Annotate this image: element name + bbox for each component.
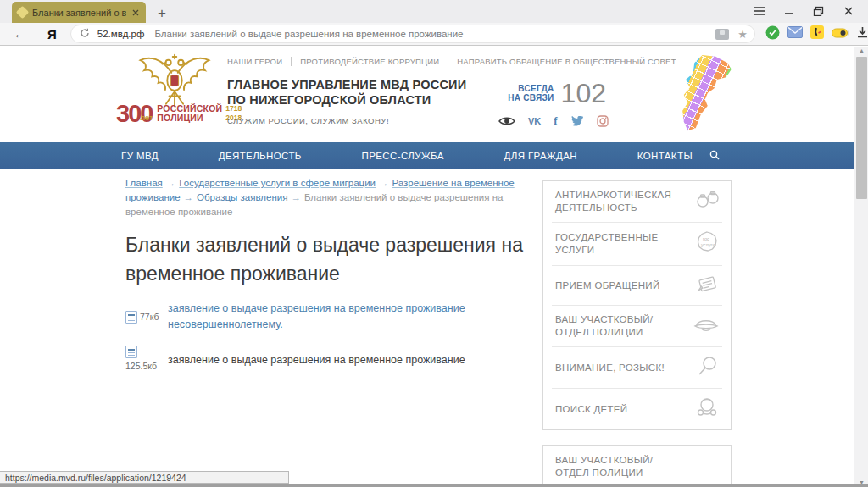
breadcrumb-migration-services[interactable]: Государственные услуги в сфере миграции: [179, 178, 376, 188]
tab-title: Бланки заявлений о выд: [32, 8, 126, 18]
always-in-touch-block: ВСЕГДА НА СВЯЗИ 102: [492, 80, 606, 106]
url-input[interactable]: 52.мвд.рф Бланки заявлений о выдаче разр…: [70, 25, 755, 43]
svg-text:услуги: услуги: [701, 242, 715, 247]
page-scrollbar: ▲ ▼: [854, 47, 868, 487]
slogan: СЛУЖИМ РОССИИ, СЛУЖИМ ЗАКОНУ!: [227, 116, 676, 125]
sidebar-item-label: АНТИНАРКОТИЧЕСКАЯ ДЕЯТЕЛЬНОСТЬ: [555, 189, 684, 214]
file-item: 125.5кб заявление о выдаче разрешения на…: [125, 346, 532, 371]
restore-button[interactable]: [804, 3, 833, 19]
nav-item-gu-mvd[interactable]: ГУ МВД: [121, 151, 159, 161]
scrollbar-thumb[interactable]: [856, 57, 867, 199]
top-link-anticorruption[interactable]: ПРОТИВОДЕЙСТВИЕ КОРРУПЦИИ: [300, 57, 439, 66]
breadcrumb-application-samples[interactable]: Образцы заявления: [197, 192, 287, 202]
eye-accessibility-icon[interactable]: [498, 116, 515, 126]
breadcrumb: Главная→Государственные услуги в сфере м…: [125, 176, 528, 219]
bookmark-star-icon[interactable]: ★: [737, 28, 748, 41]
new-tab-button[interactable]: +: [158, 6, 166, 20]
sidebar-item-gosuslugi[interactable]: ГОСУДАРСТВЕННЫЕ УСЛУГИ гос услуги: [543, 223, 731, 265]
nav-item-citizens[interactable]: ДЛЯ ГРАЖДАН: [504, 151, 577, 161]
close-window-button[interactable]: [833, 3, 863, 19]
facebook-icon[interactable]: f: [554, 114, 557, 128]
org-title-line2: ПО НИЖЕГОРОДСКОЙ ОБЛАСТИ: [227, 92, 676, 108]
sidebar-item-local-police[interactable]: ВАШ УЧАСТКОВЫЙ/ОТДЕЛ ПОЛИЦИИ: [543, 306, 731, 346]
battery-extension-icon[interactable]: [832, 26, 849, 42]
page-title: Бланки заявлений о выдаче разрешения на …: [125, 230, 526, 288]
logo-300-line2: ПОЛИЦИИ: [157, 113, 222, 123]
phone-102: 102: [561, 80, 606, 106]
top-link-public-council[interactable]: НАПРАВИТЬ ОБРАЩЕНИЕ В ОБЩЕСТВЕННЫЙ СОВЕТ: [457, 57, 676, 66]
document-icon: [125, 311, 137, 324]
minimize-button[interactable]: [774, 3, 804, 19]
main-nav: ГУ МВД ДЕЯТЕЛЬНОСТЬ ПРЕСС-СЛУЖБА ДЛЯ ГРА…: [0, 142, 854, 169]
sidebar-item-label: ВАШ УЧАСТКОВЫЙ/ОТДЕЛ ПОЛИЦИИ: [555, 313, 684, 339]
breadcrumb-arrow: →: [287, 192, 304, 202]
scrollbar-up-icon[interactable]: ▲: [854, 47, 868, 53]
sidebar-item-label: ВНИМАНИЕ, РОЗЫСК!: [555, 362, 684, 374]
url-host: 52.мвд.рф: [97, 29, 145, 39]
browser-addressbar: ← Я 52.мвд.рф Бланки заявлений о выдаче …: [0, 23, 868, 46]
magnifier-icon: [697, 355, 719, 380]
vk-icon[interactable]: VK: [528, 116, 541, 126]
mail-extension-icon[interactable]: [787, 26, 803, 42]
org-title-line1: ГЛАВНОЕ УПРАВЛЕНИЕ МВД РОССИИ: [227, 77, 676, 92]
status-url-tooltip: https://media.mvd.ru/files/application/1…: [0, 471, 289, 484]
svg-text:гос: гос: [703, 236, 709, 241]
yandex-logo-button[interactable]: Я: [47, 27, 57, 42]
divider: [291, 57, 292, 66]
sidebar-item-antidrug[interactable]: АНТИНАРКОТИЧЕСКАЯ ДЕЯТЕЛЬНОСТЬ: [543, 181, 731, 222]
logo-300-let: лет: [140, 113, 153, 122]
sidebar-item-local-police-2[interactable]: ВАШ УЧАСТКОВЫЙ/ОТДЕЛ ПОЛИЦИИ: [543, 446, 731, 487]
file-size: 125.5кб: [125, 361, 168, 371]
file-size: 77кб: [140, 312, 159, 322]
taskbar-edge: [0, 484, 868, 487]
download-icon[interactable]: [857, 26, 868, 42]
sidebar-local-police-box: ВАШ УЧАСТКОВЫЙ/ОТДЕЛ ПОЛИЦИИ: [542, 445, 732, 487]
sidebar-item-label: ГОСУДАРСТВЕННЫЕ УСЛУГИ: [555, 231, 684, 257]
menu-icon[interactable]: [744, 3, 774, 19]
breadcrumb-arrow: →: [376, 178, 392, 188]
child-icon: [695, 396, 719, 422]
letter-icon: [695, 274, 719, 297]
url-page-title: Бланки заявлений о выдаче разрешения на …: [154, 29, 715, 39]
file-link-minor[interactable]: заявление о выдаче разрешения на временн…: [168, 301, 509, 333]
refresh-icon[interactable]: [80, 26, 90, 42]
nav-item-press[interactable]: ПРЕСС-СЛУЖБА: [362, 151, 444, 161]
breadcrumb-arrow: →: [163, 178, 180, 188]
handcuffs-icon: [695, 190, 719, 213]
nav-item-contacts[interactable]: КОНТАКТЫ: [637, 151, 693, 161]
sidebar-services-box: АНТИНАРКОТИЧЕСКАЯ ДЕЯТЕЛЬНОСТЬ ГОСУДАРСТ…: [542, 180, 732, 430]
twitter-icon[interactable]: [570, 116, 584, 127]
shield-extension-icon[interactable]: [765, 25, 780, 43]
tab-favicon-icon: [16, 6, 30, 19]
sidebar-item-label: ВАШ УЧАСТКОВЫЙ/ОТДЕЛ ПОЛИЦИИ: [555, 454, 684, 479]
browser-tab[interactable]: Бланки заявлений о выд: [12, 2, 146, 23]
sidebar-item-label: ПОИСК ДЕТЕЙ: [555, 403, 684, 416]
camera-icon[interactable]: [715, 29, 729, 40]
site-header: 300 лет РОССИЙСКОЙ ПОЛИЦИИ 1718 2018 НАШ…: [0, 47, 854, 142]
sidebar-item-appeals[interactable]: ПРИЕМ ОБРАЩЕНИЙ: [543, 266, 731, 305]
breadcrumb-arrow: →: [181, 192, 198, 202]
sidebar-item-find-children[interactable]: ПОИСК ДЕТЕЙ: [543, 389, 731, 429]
breadcrumb-home[interactable]: Главная: [125, 178, 163, 188]
police-cap-icon: [693, 315, 719, 337]
gosuslugi-icon: гос услуги: [695, 230, 719, 257]
document-icon: [125, 346, 137, 358]
search-icon[interactable]: [709, 148, 720, 163]
back-button[interactable]: ←: [14, 27, 25, 41]
file-link-general[interactable]: заявление о выдаче разрешения на временн…: [168, 352, 509, 371]
divider: [448, 57, 448, 66]
file-item: 77кб заявление о выдаче разрешения на вр…: [125, 301, 532, 333]
always-line1: ВСЕГДА: [508, 84, 554, 93]
sidebar-item-wanted[interactable]: ВНИМАНИЕ, РОЗЫСК!: [543, 347, 731, 388]
nav-item-activity[interactable]: ДЕЯТЕЛЬНОСТЬ: [219, 151, 302, 161]
page-viewport: 300 лет РОССИЙСКОЙ ПОЛИЦИИ 1718 2018 НАШ…: [0, 47, 868, 487]
sidebar-item-label: ПРИЕМ ОБРАЩЕНИЙ: [555, 279, 684, 292]
browser-tabbar: Бланки заявлений о выд +: [0, 0, 868, 23]
top-link-heroes[interactable]: НАШИ ГЕРОИ: [227, 57, 282, 66]
letyshops-extension-icon[interactable]: [810, 25, 824, 42]
police-300-years-logo: 300 лет РОССИЙСКОЙ ПОЛИЦИИ 1718 2018: [116, 102, 242, 125]
region-map[interactable]: [668, 53, 734, 133]
always-line2: НА СВЯЗИ: [508, 93, 554, 102]
tab-close-icon[interactable]: [131, 8, 140, 17]
instagram-icon[interactable]: [597, 115, 609, 127]
